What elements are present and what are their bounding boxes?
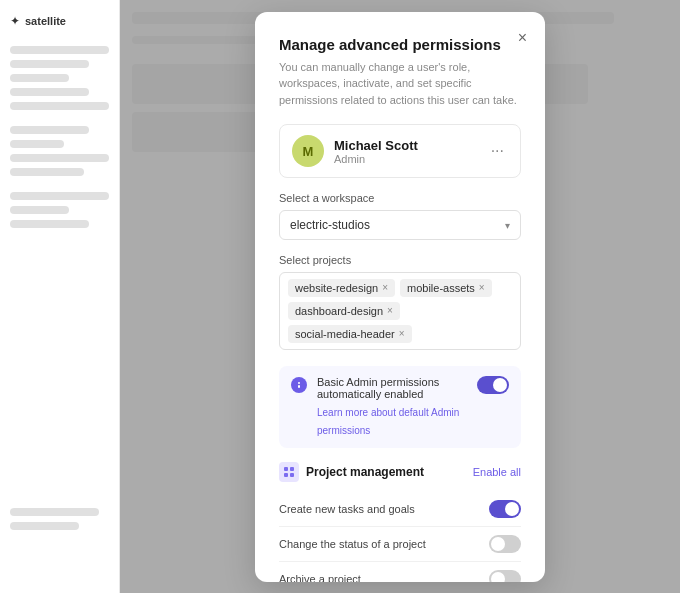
projects-container: website-redesign × mobile-assets × dashb…	[279, 272, 521, 350]
toggle-knob	[505, 502, 519, 516]
app-logo[interactable]: ✦ satellite	[10, 14, 109, 28]
user-role: Admin	[334, 153, 487, 165]
toggle-label: Change the status of a project	[279, 538, 426, 550]
svg-rect-1	[298, 385, 300, 388]
sidebar: ✦ satellite	[0, 0, 120, 593]
toggle-row: Change the status of a project	[279, 527, 521, 562]
svg-rect-2	[284, 467, 288, 471]
user-name: Michael Scott	[334, 138, 487, 153]
change-status-toggle[interactable]	[489, 535, 521, 553]
project-tag-label: dashboard-design	[295, 305, 383, 317]
toggle-label: Archive a project	[279, 573, 361, 582]
avatar: M	[292, 135, 324, 167]
remove-project-button[interactable]: ×	[382, 283, 388, 293]
user-more-button[interactable]: ···	[487, 140, 508, 162]
archive-project-toggle[interactable]	[489, 570, 521, 582]
toggle-row: Archive a project	[279, 562, 521, 582]
enable-all-button[interactable]: Enable all	[473, 466, 521, 478]
manage-permissions-modal: × Manage advanced permissions You can ma…	[255, 12, 545, 582]
sidebar-placeholder	[10, 206, 69, 214]
app-name: satellite	[25, 15, 66, 27]
project-tag: mobile-assets ×	[400, 279, 492, 297]
toggle-row: Create new tasks and goals	[279, 492, 521, 527]
toggle-knob	[491, 537, 505, 551]
sidebar-group-2	[10, 126, 109, 176]
project-management-icon	[279, 462, 299, 482]
sidebar-placeholder	[10, 192, 109, 200]
svg-rect-4	[284, 473, 288, 477]
remove-project-button[interactable]: ×	[387, 306, 393, 316]
sidebar-group-3	[10, 192, 109, 228]
remove-project-button[interactable]: ×	[399, 329, 405, 339]
workspace-select[interactable]: electric-studios ▾	[279, 210, 521, 240]
modal-subtitle: You can manually change a user's role, w…	[279, 59, 521, 109]
svg-point-0	[298, 382, 300, 384]
project-management-section: Project management Enable all Create new…	[279, 462, 521, 582]
create-tasks-toggle[interactable]	[489, 500, 521, 518]
sidebar-placeholder	[10, 126, 89, 134]
svg-rect-5	[290, 473, 294, 477]
sidebar-placeholder	[10, 154, 109, 162]
project-management-title: Project management	[306, 465, 424, 479]
project-tag-label: website-redesign	[295, 282, 378, 294]
project-tag-label: mobile-assets	[407, 282, 475, 294]
permission-info-content: Basic Admin permissions automatically en…	[317, 376, 467, 438]
sidebar-placeholder	[10, 46, 109, 54]
sidebar-group-1	[10, 46, 109, 110]
projects-label: Select projects	[279, 254, 521, 266]
modal-overlay[interactable]: × Manage advanced permissions You can ma…	[120, 0, 680, 593]
sidebar-placeholder	[10, 140, 64, 148]
toggle-label: Create new tasks and goals	[279, 503, 415, 515]
section-header: Project management Enable all	[279, 462, 521, 482]
admin-permissions-toggle[interactable]	[477, 376, 509, 394]
sidebar-placeholder	[10, 74, 69, 82]
sidebar-placeholder	[10, 220, 89, 228]
project-tag-label: social-media-header	[295, 328, 395, 340]
project-tag: dashboard-design ×	[288, 302, 400, 320]
svg-rect-3	[290, 467, 294, 471]
learn-more-link[interactable]: Learn more about default Admin permissio…	[317, 407, 459, 436]
sidebar-placeholder	[10, 508, 99, 516]
sidebar-placeholder	[10, 522, 79, 530]
admin-permission-title: Basic Admin permissions automatically en…	[317, 376, 467, 400]
info-icon	[291, 377, 307, 393]
toggle-knob	[491, 572, 505, 582]
project-tag: social-media-header ×	[288, 325, 412, 343]
remove-project-button[interactable]: ×	[479, 283, 485, 293]
sidebar-placeholder	[10, 60, 89, 68]
user-card: M Michael Scott Admin ···	[279, 124, 521, 178]
admin-permissions-info: Basic Admin permissions automatically en…	[279, 366, 521, 448]
close-button[interactable]: ×	[516, 28, 529, 48]
chevron-down-icon: ▾	[505, 220, 510, 231]
workspace-label: Select a workspace	[279, 192, 521, 204]
sidebar-placeholder	[10, 168, 84, 176]
main-content: × Manage advanced permissions You can ma…	[120, 0, 680, 593]
toggle-knob	[493, 378, 507, 392]
modal-title: Manage advanced permissions	[279, 36, 521, 53]
logo-icon: ✦	[10, 14, 20, 28]
project-tag: website-redesign ×	[288, 279, 395, 297]
sidebar-placeholder	[10, 102, 109, 110]
sidebar-placeholder	[10, 88, 89, 96]
workspace-value: electric-studios	[290, 218, 370, 232]
section-title-wrap: Project management	[279, 462, 424, 482]
user-info: Michael Scott Admin	[334, 138, 487, 165]
